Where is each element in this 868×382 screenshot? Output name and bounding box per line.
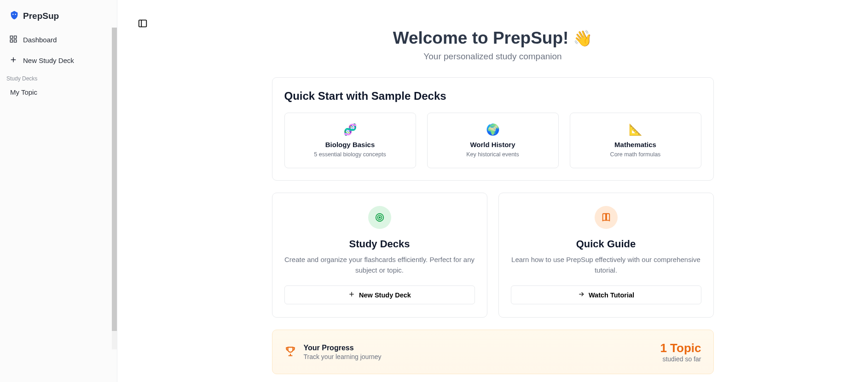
sidebar: PrepSup Dashboard New Study Deck Study D…: [0, 0, 117, 382]
scrollbar-track[interactable]: [112, 28, 117, 349]
panel-title: Study Decks: [284, 238, 475, 250]
triangle-ruler-icon: 📐: [575, 123, 696, 136]
sample-deck-history[interactable]: 🌍 World History Key historical events: [427, 113, 559, 168]
svg-point-0: [12, 14, 13, 15]
sample-deck-biology[interactable]: 🧬 Biology Basics 5 essential biology con…: [284, 113, 416, 168]
sample-title: Biology Basics: [289, 141, 411, 148]
page-subtitle: Your personalized study companion: [272, 51, 714, 62]
sample-deck-math[interactable]: 📐 Mathematics Core math formulas: [570, 113, 701, 168]
progress-title: Your Progress: [304, 344, 382, 352]
study-decks-panel: Study Decks Create and organize your fla…: [272, 193, 487, 318]
sidebar-item-new-deck[interactable]: New Study Deck: [5, 51, 112, 70]
svg-rect-3: [14, 36, 17, 38]
scrollbar-thumb[interactable]: [112, 28, 117, 331]
sample-desc: 5 essential biology concepts: [289, 151, 411, 158]
panel-title: Quick Guide: [511, 238, 701, 250]
svg-rect-2: [10, 36, 12, 38]
quick-start-heading: Quick Start with Sample Decks: [284, 90, 701, 103]
sample-title: World History: [432, 141, 554, 148]
sidebar-item-label: New Study Deck: [23, 57, 74, 64]
svg-rect-5: [14, 40, 17, 42]
svg-rect-4: [10, 40, 12, 42]
sample-desc: Core math formulas: [575, 151, 696, 158]
sidebar-topic-label: My Topic: [10, 88, 37, 96]
page-title-text: Welcome to PrepSup!: [393, 29, 569, 48]
svg-point-12: [379, 217, 380, 218]
progress-subtitle: Track your learning journey: [304, 353, 382, 360]
globe-icon: 🌍: [432, 123, 554, 136]
progress-count: 1 Topic: [660, 341, 701, 355]
svg-point-1: [15, 14, 16, 15]
quick-start-card: Quick Start with Sample Decks 🧬 Biology …: [272, 77, 714, 181]
button-label: Watch Tutorial: [589, 291, 634, 299]
book-icon: [595, 206, 618, 229]
dashboard-icon: [9, 35, 17, 45]
panel-desc: Learn how to use PrepSup effectively wit…: [511, 255, 701, 275]
quick-guide-panel: Quick Guide Learn how to use PrepSup eff…: [498, 193, 714, 318]
brand-text: PrepSup: [23, 11, 59, 21]
sidebar-section-label: Study Decks: [5, 70, 112, 85]
panel-left-icon: [138, 22, 148, 30]
main-area: Welcome to PrepSup! 👋 Your personalized …: [117, 0, 868, 382]
watch-tutorial-button[interactable]: Watch Tutorial: [511, 285, 701, 304]
wave-icon: 👋: [573, 29, 592, 47]
button-label: New Study Deck: [359, 291, 411, 299]
progress-so-far: studied so far: [660, 355, 701, 363]
dna-icon: 🧬: [289, 123, 411, 136]
target-icon: [368, 206, 391, 229]
new-study-deck-button[interactable]: New Study Deck: [284, 285, 475, 304]
svg-rect-8: [139, 20, 147, 27]
sidebar-item-label: Dashboard: [23, 36, 57, 44]
panels-row: Study Decks Create and organize your fla…: [272, 193, 714, 318]
sample-desc: Key historical events: [432, 151, 554, 158]
brand[interactable]: PrepSup: [5, 8, 112, 30]
arrow-right-icon: [578, 291, 585, 299]
sidebar-item-dashboard[interactable]: Dashboard: [5, 30, 112, 49]
plus-icon: [348, 291, 355, 299]
panel-desc: Create and organize your flashcards effi…: [284, 255, 475, 275]
sidebar-toggle-button[interactable]: [138, 18, 148, 30]
hero: Welcome to PrepSup! 👋 Your personalized …: [272, 29, 714, 62]
trophy-icon: [284, 345, 296, 359]
page-title: Welcome to PrepSup! 👋: [393, 29, 593, 48]
plus-icon: [9, 56, 17, 65]
sample-title: Mathematics: [575, 141, 696, 148]
progress-card: Your Progress Track your learning journe…: [272, 330, 714, 374]
sidebar-topic-item[interactable]: My Topic: [5, 85, 112, 100]
owl-icon: [9, 10, 19, 22]
